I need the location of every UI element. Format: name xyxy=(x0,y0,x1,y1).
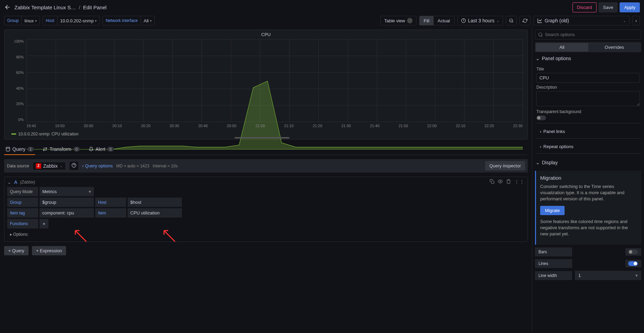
var-group[interactable]: Group linux▾ xyxy=(4,16,40,25)
alert-count-badge: 0 xyxy=(107,147,113,152)
dashboard-title[interactable]: Zabbix Template Linux S… xyxy=(14,4,76,10)
line-width-select[interactable]: 1 ▾ xyxy=(575,271,641,280)
zoom-out-button[interactable] xyxy=(506,16,517,25)
query-host-label: Host xyxy=(95,198,126,207)
viz-name: Graph (old) xyxy=(545,18,569,23)
section-repeat-options[interactable]: › Repeat options xyxy=(535,141,641,151)
query-item-tag-label: Item tag xyxy=(7,208,38,218)
query-host-input[interactable]: $host xyxy=(128,198,182,207)
transform-count-badge: 0 xyxy=(74,147,80,152)
chart-legend[interactable]: 10.0.0.202-snmp: CPU utilization xyxy=(11,132,78,136)
bars-toggle[interactable] xyxy=(628,249,638,254)
transparent-bg-toggle[interactable] xyxy=(536,115,546,120)
chart-title: CPU xyxy=(4,30,527,39)
section-panel-options[interactable]: ⌄ Panel options xyxy=(535,52,641,65)
datasource-select[interactable]: Z Zabbix ⌄ xyxy=(33,162,66,170)
search-options-input[interactable] xyxy=(535,30,641,40)
delete-query-button[interactable] xyxy=(506,179,511,185)
zabbix-logo-icon: Z xyxy=(36,163,41,169)
transparent-bg-label: Transparent background xyxy=(536,109,640,114)
time-range-picker[interactable]: Last 3 hours ⌄ xyxy=(457,16,503,25)
add-query-button[interactable]: + Query xyxy=(4,246,29,255)
chevron-right-icon: › xyxy=(635,18,637,23)
query-options-expand[interactable]: ▸ Options: xyxy=(7,230,525,239)
query-options-toggle[interactable]: › Query options xyxy=(82,163,113,168)
svg-point-6 xyxy=(539,33,542,36)
caret-down-icon: ▾ xyxy=(89,189,91,194)
save-button[interactable]: Save xyxy=(599,2,618,12)
subtab-all[interactable]: All xyxy=(536,43,588,52)
md-auto-label: MD = auto = 1423 xyxy=(116,164,149,168)
table-view-toggle[interactable]: Table view xyxy=(380,16,416,25)
svg-point-5 xyxy=(500,181,501,182)
transform-icon xyxy=(43,147,47,152)
tab-query[interactable]: Query 1 xyxy=(4,144,35,155)
var-group-label: Group xyxy=(4,16,22,25)
datasource-label: Data source xyxy=(7,164,29,168)
breadcrumb: Zabbix Template Linux S… / Edit Panel xyxy=(14,4,107,10)
datasource-help-button[interactable] xyxy=(69,161,79,170)
chevron-down-icon: ▾ xyxy=(35,19,37,23)
subtab-overrides[interactable]: Overrides xyxy=(588,43,641,52)
query-group-input[interactable]: $group xyxy=(40,198,94,207)
search-options-field[interactable] xyxy=(545,32,638,37)
query-mode-select[interactable]: Metrics▾ xyxy=(40,187,94,196)
section-panel-links[interactable]: › Panel links xyxy=(535,126,641,135)
tab-alert[interactable]: Alert 0 xyxy=(87,144,115,155)
chevron-down-icon: ▾ xyxy=(150,19,152,23)
bars-label: Bars xyxy=(535,247,572,256)
var-host[interactable]: Host 10.0.0.202-snmp▾ xyxy=(43,16,100,25)
query-inspector-button[interactable]: Query inspector xyxy=(485,161,525,170)
bell-icon xyxy=(89,147,94,152)
add-expression-button[interactable]: + Expression xyxy=(32,246,66,255)
copy-icon xyxy=(490,179,494,184)
query-mode-label: Query Mode xyxy=(7,187,38,196)
query-item-tag-input[interactable]: component: cpu xyxy=(40,208,94,218)
chevron-down-icon: ⌄ xyxy=(536,160,540,165)
scroll-indicator[interactable] xyxy=(234,137,290,138)
drag-handle-icon[interactable]: ⋮⋮ xyxy=(514,179,525,185)
visualization-picker[interactable]: Graph (old) ⌄ xyxy=(533,16,630,25)
datasource-name: Zabbix xyxy=(43,163,58,169)
migration-text-1: Consider switching to the Time series vi… xyxy=(540,184,637,202)
collapse-sidebar-button[interactable]: › xyxy=(632,16,640,25)
query-letter[interactable]: A xyxy=(14,179,17,185)
collapse-icon[interactable]: ⌄ xyxy=(7,179,11,185)
chart-panel: CPU 100% 80% 60% 40% 20% 0% xyxy=(4,30,528,140)
breadcrumb-separator: / xyxy=(79,4,80,10)
page-title: Edit Panel xyxy=(83,4,107,10)
fill-option[interactable]: Fill xyxy=(419,16,434,25)
migration-text-2: Some features like colored time regions … xyxy=(540,219,637,237)
toggle-query-button[interactable] xyxy=(498,179,503,185)
chevron-right-icon: › xyxy=(540,144,541,149)
add-function-button[interactable]: + xyxy=(40,219,48,229)
var-host-value: 10.0.0.202-snmp xyxy=(60,18,94,23)
tab-transform[interactable]: Transform 0 xyxy=(41,144,81,155)
description-input[interactable] xyxy=(536,91,640,106)
lines-toggle[interactable] xyxy=(628,261,638,266)
interval-label: Interval = 10s xyxy=(153,164,177,168)
lines-label: Lines xyxy=(535,259,572,268)
svg-point-2 xyxy=(6,147,10,148)
search-icon xyxy=(538,32,543,37)
back-arrow-icon[interactable] xyxy=(4,4,11,11)
refresh-button[interactable] xyxy=(520,16,531,25)
legend-label: 10.0.0.202-snmp: CPU utilization xyxy=(18,132,78,136)
duplicate-query-button[interactable] xyxy=(490,179,494,185)
var-network-interface[interactable]: Network interface All▾ xyxy=(102,16,155,25)
apply-button[interactable]: Apply xyxy=(620,2,640,12)
x-axis: 19:40 19:50 20:00 20:10 20:20 20:30 20:4… xyxy=(26,124,523,128)
title-field-label: Title xyxy=(536,67,640,71)
discard-button[interactable]: Discard xyxy=(572,2,597,12)
line-width-label: Line width xyxy=(535,271,572,280)
migrate-button[interactable]: Migrate xyxy=(540,206,565,215)
legend-swatch-icon xyxy=(11,133,16,135)
title-input[interactable] xyxy=(536,73,640,83)
datasource-row: Data source Z Zabbix ⌄ › Query options M… xyxy=(4,159,528,173)
query-count-badge: 1 xyxy=(28,147,34,152)
query-item-input[interactable]: CPU utilization xyxy=(128,208,182,218)
fill-actual-toggle[interactable]: Fill Actual xyxy=(419,16,455,25)
actual-option[interactable]: Actual xyxy=(434,16,454,25)
section-display[interactable]: ⌄ Display xyxy=(535,156,641,169)
eye-icon xyxy=(498,179,503,184)
